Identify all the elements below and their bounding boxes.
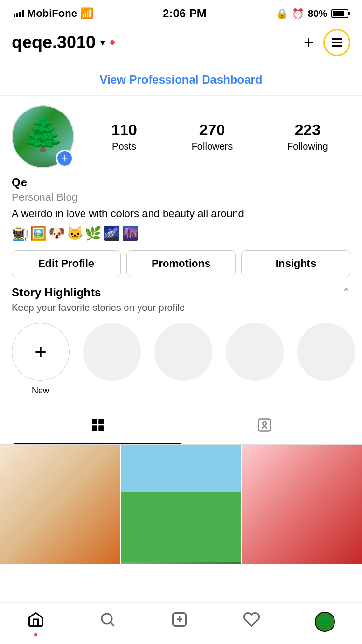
highlights-subtitle: Keep your favorite stories on your profi… [12,302,350,313]
new-highlight-item[interactable]: + New [12,323,70,396]
highlights-header: Story Highlights ⌃ [12,286,350,299]
profile-section: + 110 Posts 270 Followers 223 Following [0,96,362,168]
status-right: 🔒 ⏰ 80% [276,8,348,19]
highlight-item-4[interactable] [297,323,355,396]
photo-cell-2[interactable] [121,445,241,565]
profile-header: qeqe.3010 ▾ + [0,24,362,64]
heart-icon [243,611,260,632]
header-actions: + [304,29,350,56]
new-highlight-plus-icon: + [34,340,47,364]
chevron-up-icon[interactable]: ⌃ [342,286,350,299]
svg-point-6 [102,614,112,624]
battery-label: 80% [308,8,327,19]
content-tabs [0,410,362,445]
display-name: Qe [12,176,350,189]
insights-button[interactable]: Insights [241,250,350,277]
following-label: Following [287,141,328,152]
add-story-button[interactable]: + [56,150,73,167]
svg-rect-1 [98,419,104,424]
tagged-icon [257,418,272,435]
promotions-button[interactable]: Promotions [126,250,236,277]
svg-rect-2 [92,425,97,431]
followers-stat[interactable]: 270 Followers [192,121,233,152]
username-row: qeqe.3010 ▾ [12,32,115,53]
pro-dashboard-link[interactable]: View Professional Dashboard [100,73,263,86]
chevron-down-icon[interactable]: ▾ [100,37,105,48]
hamburger-icon [332,38,342,47]
highlight-item-1[interactable] [83,323,141,396]
lock-icon: 🔒 [276,8,288,19]
highlight-item-2[interactable] [154,323,212,396]
photo-grid [0,445,362,565]
search-icon [99,611,116,632]
nav-activity[interactable] [243,611,260,632]
svg-point-5 [263,422,266,426]
highlight-item-3[interactable] [226,323,284,396]
tab-grid[interactable] [14,410,181,444]
bio-section: Qe Personal Blog A weirdo in love with c… [0,168,362,241]
bio-text: A weirdo in love with colors and beauty … [12,207,350,222]
status-bar: MobiFone 📶 2:06 PM 🔒 ⏰ 80% [0,0,362,24]
nav-create[interactable] [171,611,188,632]
tab-tagged[interactable] [181,410,348,444]
bio-emojis: 🧑🏿‍🌾🖼️🐶🐱🌿🌌🌆 [12,225,350,241]
following-count: 223 [295,121,320,139]
notification-dot [110,40,115,45]
signal-icon [14,10,24,17]
posts-stat[interactable]: 110 Posts [111,121,137,152]
avatar-wrap: + [12,105,74,168]
stats-row: 110 Posts 270 Followers 223 Following [89,121,350,152]
status-left: MobiFone 📶 [14,7,93,20]
highlights-section: Story Highlights ⌃ Keep your favorite st… [0,286,362,406]
new-highlight-circle[interactable]: + [12,323,70,381]
status-time: 2:06 PM [163,7,207,20]
photo-cell-3[interactable] [242,445,362,565]
carrier-label: MobiFone [27,7,77,20]
alarm-icon: ⏰ [292,8,304,19]
posts-label: Posts [112,141,136,152]
new-highlight-label: New [32,386,49,396]
photo-cell-1[interactable] [0,445,120,565]
create-icon [171,611,188,632]
nav-profile[interactable]: 🌲 [315,612,335,632]
following-stat[interactable]: 223 Following [287,121,328,152]
highlights-title: Story Highlights [12,286,101,299]
svg-rect-0 [92,419,97,424]
battery-icon [331,9,348,18]
nav-profile-avatar: 🌲 [315,612,335,632]
menu-button[interactable] [323,29,350,56]
home-dot [34,633,37,636]
highlight-circle-3[interactable] [226,323,284,381]
action-buttons: Edit Profile Promotions Insights [0,241,362,286]
highlights-row: + New [12,323,350,406]
bio-category: Personal Blog [12,191,350,204]
edit-profile-button[interactable]: Edit Profile [12,250,121,277]
svg-rect-3 [98,425,104,431]
nav-search[interactable] [99,611,116,632]
followers-label: Followers [192,141,233,152]
highlight-circle-2[interactable] [154,323,212,381]
pro-dashboard-banner: View Professional Dashboard [0,64,362,96]
highlight-circle-4[interactable] [297,323,355,381]
followers-count: 270 [199,121,225,139]
add-button[interactable]: + [304,32,314,53]
nav-home[interactable] [27,611,44,632]
wifi-icon: 📶 [80,7,93,20]
profile-top: + 110 Posts 270 Followers 223 Following [12,105,350,168]
grid-icon [91,418,105,435]
bottom-nav: 🌲 [0,602,362,644]
username-label: qeqe.3010 [12,32,96,53]
posts-count: 110 [111,121,137,139]
highlight-circle-1[interactable] [83,323,141,381]
home-icon [27,611,44,632]
